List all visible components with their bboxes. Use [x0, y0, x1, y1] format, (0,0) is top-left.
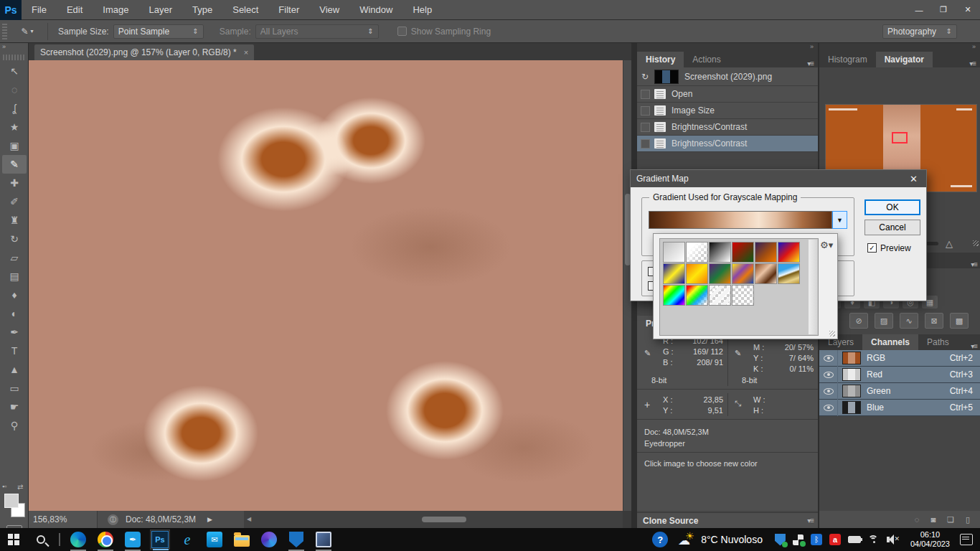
- tab-navigator[interactable]: Navigator: [876, 52, 933, 67]
- cancel-button[interactable]: Cancel: [864, 220, 920, 235]
- gradient-swatch-foreground-to-background[interactable]: [663, 242, 685, 263]
- tray-security-shield[interactable]: [775, 534, 786, 546]
- tab-paths[interactable]: Paths: [918, 334, 958, 350]
- gradient-swatch-copper[interactable]: [755, 263, 777, 284]
- panel-menu-icon[interactable]: ▾≡: [807, 517, 818, 524]
- history-step-row-selected[interactable]: Brightness/Contrast: [637, 136, 818, 152]
- lasso-tool[interactable]: ʆ: [0, 99, 29, 118]
- channel-row-green[interactable]: Green Ctrl+4: [819, 383, 980, 400]
- adjustment-icon[interactable]: ∿: [900, 313, 918, 329]
- taskbar-security-app[interactable]: [286, 529, 306, 550]
- toolstrip-grip[interactable]: [3, 55, 25, 60]
- popup-resize-grip[interactable]: [829, 331, 835, 336]
- gradient-swatch-blue-yellow-blue[interactable]: [663, 263, 685, 284]
- dock-collapse-button[interactable]: »: [637, 43, 818, 52]
- gradient-swatch-blue-red-yellow[interactable]: [778, 242, 800, 263]
- taskbar-mail[interactable]: ✉: [204, 529, 225, 550]
- gradient-swatch-violet-orange[interactable]: [755, 242, 777, 263]
- hand-tool[interactable]: ☛: [0, 397, 29, 416]
- taskbar-photoshop[interactable]: Ps: [150, 529, 170, 550]
- crop-tool[interactable]: ▣: [0, 136, 29, 155]
- swap-colors-icon[interactable]: ⇄: [17, 483, 23, 491]
- search-button[interactable]: [31, 529, 51, 550]
- history-source-checkbox[interactable]: [641, 90, 650, 99]
- active-tool-icon[interactable]: ✎ ▾: [13, 23, 42, 40]
- taskbar-chrome[interactable]: [95, 529, 116, 550]
- taskbar-app[interactable]: ✒: [123, 529, 143, 550]
- magic-wand-tool[interactable]: ★: [0, 118, 29, 136]
- scroll-left-icon[interactable]: ◀: [247, 516, 251, 522]
- eyedropper-tool[interactable]: ✎: [2, 155, 27, 174]
- dock-collapse-button[interactable]: »: [819, 43, 980, 52]
- history-source-checkbox[interactable]: [641, 139, 650, 149]
- gradient-swatch-yellow-violet-orange-blue[interactable]: [732, 263, 754, 284]
- menu-window[interactable]: Window: [349, 4, 402, 15]
- history-snapshot-row[interactable]: ↻ Screenshot (2029).png: [637, 67, 818, 86]
- taskbar-internet-explorer[interactable]: e: [177, 529, 197, 550]
- move-tool[interactable]: ↖: [0, 62, 29, 80]
- eraser-tool[interactable]: ▱: [0, 248, 29, 267]
- zoom-level-field[interactable]: 156,83%: [29, 511, 98, 528]
- channel-row-red[interactable]: Red Ctrl+3: [819, 367, 980, 383]
- gradient-swatch-transparent-stripes[interactable]: [709, 285, 731, 306]
- weather-text[interactable]: 8°C Nuvoloso: [701, 534, 763, 545]
- menu-edit[interactable]: Edit: [57, 4, 93, 15]
- gradient-picker-dropdown[interactable]: ▼: [832, 211, 847, 229]
- healing-brush-tool[interactable]: ✚: [0, 174, 29, 192]
- taskbar-file-explorer[interactable]: [232, 529, 252, 550]
- new-channel-button[interactable]: ❏: [947, 515, 954, 524]
- adjustment-icon[interactable]: ⊘: [849, 313, 868, 329]
- foreground-color-swatch[interactable]: [4, 494, 19, 508]
- clone-source-panel-header[interactable]: Clone Source ▾≡: [637, 512, 818, 528]
- menu-select[interactable]: Select: [222, 4, 268, 15]
- gradient-swatch-orange-yellow-orange[interactable]: [686, 263, 708, 284]
- gradient-swatch-spectrum[interactable]: [663, 285, 685, 306]
- adjustment-icon[interactable]: ▨: [875, 313, 893, 329]
- load-selection-button[interactable]: ◌: [915, 515, 920, 524]
- tab-histogram[interactable]: Histogram: [819, 52, 876, 67]
- history-step-row[interactable]: Image Size: [637, 103, 818, 119]
- gradient-swatch-transparent[interactable]: [732, 285, 754, 306]
- horizontal-scrollbar[interactable]: ◀: [244, 511, 623, 528]
- taskbar-edge[interactable]: [68, 529, 88, 550]
- adjustment-icon[interactable]: ⊠: [925, 313, 943, 329]
- tab-close-icon[interactable]: ×: [244, 48, 248, 57]
- dialog-title-bar[interactable]: Gradient Map ✕: [631, 170, 926, 187]
- visibility-toggle[interactable]: [819, 383, 838, 400]
- history-source-checkbox[interactable]: [641, 123, 650, 132]
- navigator-view-box[interactable]: [892, 132, 908, 143]
- tab-history[interactable]: History: [637, 52, 684, 67]
- menu-help[interactable]: Help: [402, 4, 442, 15]
- history-step-row[interactable]: Open: [637, 86, 818, 103]
- menu-file[interactable]: File: [22, 4, 57, 15]
- status-arrow-icon[interactable]: ▶: [207, 516, 212, 523]
- help-icon[interactable]: ?: [652, 532, 668, 547]
- menu-filter[interactable]: Filter: [268, 4, 309, 15]
- zoom-in-icon[interactable]: △: [946, 238, 953, 249]
- marquee-tool[interactable]: ◌: [0, 80, 29, 99]
- close-button[interactable]: ✕: [956, 0, 980, 20]
- save-selection-button[interactable]: ◙: [930, 515, 936, 524]
- tray-bluetooth[interactable]: ᛒ: [811, 534, 822, 545]
- toolstrip-collapse-button[interactable]: »: [0, 43, 28, 53]
- panel-resize-grip[interactable]: [973, 240, 979, 246]
- tab-channels[interactable]: Channels: [862, 334, 918, 350]
- tray-avira[interactable]: a: [829, 534, 841, 545]
- delete-channel-button[interactable]: ▯: [966, 515, 970, 524]
- gradient-swatch-chrome[interactable]: [778, 263, 800, 284]
- document-tab[interactable]: Screenshot (2029).png @ 157% (Layer 0, R…: [34, 44, 254, 60]
- ok-button[interactable]: OK: [864, 199, 920, 215]
- menu-view[interactable]: View: [309, 4, 349, 15]
- visibility-toggle[interactable]: [819, 350, 838, 367]
- taskbar-app-swirl[interactable]: [259, 529, 279, 550]
- restore-button[interactable]: ❐: [931, 0, 956, 20]
- dodge-tool[interactable]: ◐: [0, 304, 29, 323]
- history-brush-source-icon[interactable]: ↻: [641, 72, 649, 82]
- taskbar-clock[interactable]: 06:10 04/04/2023: [910, 530, 950, 549]
- weather-icon[interactable]: ☀ ☁: [678, 532, 697, 547]
- gradient-swatch-foreground-to-transparent[interactable]: [686, 242, 708, 263]
- gradient-preview-well[interactable]: [649, 211, 832, 229]
- canvas-image[interactable]: [29, 60, 623, 511]
- start-button[interactable]: [4, 529, 24, 550]
- preview-checkbox[interactable]: ✓: [867, 243, 877, 253]
